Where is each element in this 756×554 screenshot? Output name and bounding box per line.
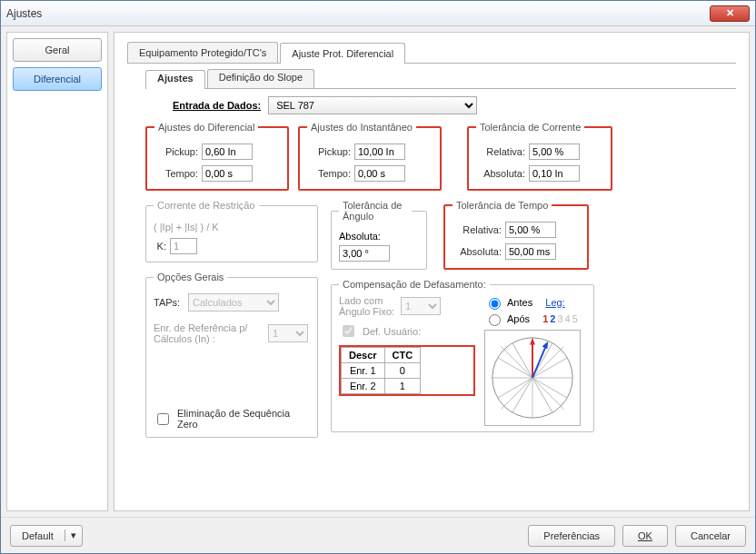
tempo-label-dif: Tempo: [154,168,198,179]
legend-inst: Ajustes do Instantâneo [307,122,416,133]
def-usuario-check [343,325,354,337]
subtab-slope[interactable]: Definição do Slope [207,69,314,88]
cell: Enr. 2 [342,379,385,394]
tol-tempo-rel-input[interactable] [505,222,556,238]
ok-button[interactable]: OK [622,525,668,547]
legend-diferencial: Ajustes do Diferencial [154,122,258,133]
taps-label: TAPs: [154,297,184,308]
group-restricao: Corrente de Restrição ( |Ip| + |Is| ) / … [145,200,318,262]
sidebar-item-diferencial[interactable]: Diferencial [13,67,102,91]
group-tol-tempo: Tolerância de Tempo Relativa: Absoluta: [443,200,589,270]
leg-link[interactable]: Leg: [545,297,564,308]
ang-abs-input[interactable] [339,245,390,262]
cancel-button[interactable]: Cancelar [675,525,746,547]
enr-ref-select: 1 [268,324,308,342]
legend-comp: Compensação de Defasamento: [339,279,490,290]
legend-opcoes: Opções Gerais [154,272,227,282]
tempo-inst-input[interactable] [354,165,405,182]
tol-tempo-abs-input[interactable] [505,243,556,260]
main-tabs: Equipamento Protegido/TC's Ajuste Prot. … [127,42,736,64]
tol-tempo-abs-label: Absoluta: [453,246,502,257]
window-title: Ajustes [6,7,42,20]
group-opcoes: Opções Gerais TAPs:Calculados Enr. de Re… [145,272,318,438]
subtab-ajustes[interactable]: Ajustes [145,70,205,89]
legend-tol-tempo: Tolerância de Tempo [453,200,552,211]
sub-tabs: Ajustes Definição do Slope [145,69,736,89]
pickup-dif-input[interactable] [202,143,253,160]
table-row: Enr. 10 [342,363,421,379]
tempo-label-inst: Tempo: [307,168,351,179]
group-compensacao: Compensação de Defasamento: Lado com Âng… [331,279,594,432]
group-diferencial: Ajustes do Diferencial Pickup: Tempo: [145,122,289,191]
sidebar: Geral Diferencial [6,32,108,511]
apos-label: Após [507,313,530,324]
k-label: K: [154,241,166,252]
tab-equipamento[interactable]: Equipamento Protegido/TC's [127,42,278,63]
enr-ref-label: Enr. de Referência p/ Cálculos (In) : [154,322,263,344]
tol-corr-abs-label: Absoluta: [476,168,525,179]
svg-line-11 [532,345,546,378]
ctc-table: DescrCTC Enr. 10 Enr. 21 [339,345,475,396]
table-row: Enr. 21 [342,379,421,394]
lado-select: 1 [401,297,441,315]
legend-restricao: Corrente de Restrição [154,200,259,211]
def-usuario-label: Def. Usuário: [363,326,421,337]
tol-corr-rel-label: Relativa: [476,146,525,157]
group-tol-corrente: Tolerância de Corrente Relativa: Absolut… [467,122,612,191]
lado-label: Lado com Ângulo Fixo: [339,295,395,317]
antes-label: Antes [507,297,532,308]
th-ctc: CTC [384,348,421,363]
group-instantaneo: Ajustes do Instantâneo Pickup: Tempo: [298,122,442,191]
phasor-wheel [484,330,581,426]
chevron-down-icon[interactable]: ▾ [65,529,82,541]
tol-corr-rel-input[interactable] [529,143,580,160]
tol-tempo-rel-label: Relativa: [453,224,502,235]
legend-tol-corr: Tolerância de Corrente [476,122,584,133]
tol-corr-abs-input[interactable] [529,165,580,182]
cell: 1 [384,379,421,394]
dialog-footer: Default▾ Preferências OK Cancelar [1,517,755,553]
legend-tol-ang: Tolerância de Ângulo [339,200,412,222]
entrada-select[interactable]: SEL 787 [268,96,477,114]
preferencias-button[interactable]: Preferências [528,525,615,547]
entrada-label: Entrada de Dados: [173,100,261,111]
sidebar-item-geral[interactable]: Geral [13,38,102,62]
elim-seq-zero-label: Eliminação de Sequência Zero [177,408,310,430]
elim-seq-zero-check[interactable] [157,413,169,425]
restricao-formula: ( |Ip| + |Is| ) / K [154,222,310,232]
radio-antes[interactable]: Antes Leg: [484,295,581,310]
cell: 0 [384,363,421,379]
tab-ajuste-prot[interactable]: Ajuste Prot. Diferencial [280,43,405,64]
leg-numbers: 12345 [542,313,580,324]
titlebar: Ajustes ✕ [1,1,755,26]
default-label: Default [11,530,65,541]
pickup-label-inst: Pickup: [307,146,351,157]
ang-abs-label: Absoluta: [339,231,419,242]
svg-marker-12 [542,341,549,350]
settings-dialog: Ajustes ✕ Geral Diferencial Equipamento … [0,0,756,554]
close-button[interactable]: ✕ [710,5,750,22]
taps-select: Calculados [188,293,279,312]
group-tol-angulo: Tolerância de Ângulo Absoluta: [331,200,427,270]
main-panel: Equipamento Protegido/TC's Ajuste Prot. … [114,32,750,511]
cell: Enr. 1 [342,363,385,379]
th-descr: Descr [342,348,385,363]
tempo-dif-input[interactable] [202,165,253,182]
default-button[interactable]: Default▾ [10,525,83,547]
k-input [170,238,197,254]
svg-marker-10 [530,338,535,345]
radio-apos[interactable]: Após 12345 [484,312,581,326]
pickup-label-dif: Pickup: [154,146,198,157]
pickup-inst-input[interactable] [354,143,405,160]
